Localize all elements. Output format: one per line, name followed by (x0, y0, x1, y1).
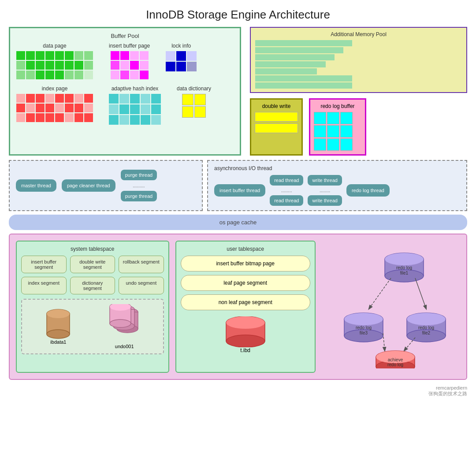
data-dictionary-section: data dictionary (177, 85, 211, 125)
svg-text:redo log: redo log (387, 362, 403, 367)
dict-grid (182, 94, 206, 118)
adaptive-hash-label: adaptive hash index (112, 85, 159, 92)
system-seg-grid: insert buffer segment double write segme… (21, 256, 164, 294)
read-thread-1: read thread (270, 175, 303, 186)
dw-cell1 (255, 112, 298, 122)
system-tablespace: system tablespace insert buffer segment … (16, 241, 169, 373)
purge-dots: ......... (133, 183, 145, 188)
redo-log-section: redo log file1 redo log file3 (322, 241, 460, 373)
insert-buffer-thread-col: insert buffer thread (214, 184, 265, 197)
index-segment: index segment (21, 277, 67, 294)
insert-buffer-grid (111, 51, 149, 79)
svg-text:redo log: redo log (356, 325, 372, 330)
data-page-label: data page (43, 43, 66, 49)
svg-text:redo log: redo log (396, 265, 412, 270)
tibd-icon: t.ibd (223, 316, 268, 353)
lock-info-section: lock info (166, 43, 197, 79)
data-page-section: data page (16, 43, 93, 79)
svg-text:redo log: redo log (418, 325, 434, 330)
double-write: double write (250, 98, 303, 156)
buffer-pool-title: Buffer Pool (16, 33, 234, 39)
svg-text:file1: file1 (400, 271, 409, 275)
svg-line-24 (369, 278, 391, 309)
insert-buffer-segment: insert buffer segment (21, 256, 67, 273)
watermark-line1: 张狗蛋的技术之路 (9, 390, 467, 397)
watermark: remcarpediern 张狗蛋的技术之路 (0, 383, 476, 399)
write-thread-1: write thread (308, 175, 342, 186)
lock-info-label: lock info (171, 43, 191, 49)
bottom-section: system tablespace insert buffer segment … (9, 234, 467, 380)
ibdata1-label: ibdata1 (50, 339, 66, 345)
insert-buffer-thread: insert buffer thread (214, 184, 265, 197)
redo-log-buffer: redo log buffer (309, 98, 366, 156)
async-io-section: asynchronous I/O thread insert buffer th… (207, 160, 467, 211)
svg-line-25 (415, 278, 426, 309)
data-dictionary-label: data dictionary (177, 85, 211, 92)
adaptive-hash-section: adaptive hash index (109, 85, 161, 125)
am-visual (255, 40, 462, 89)
svg-point-3 (47, 309, 70, 318)
additional-memory-title: Additional Memory Pool (255, 31, 462, 37)
rlb-grid (314, 112, 361, 151)
purge-thread-2: purge thread (121, 191, 157, 201)
index-page-label: index page (42, 85, 68, 92)
user-seg-list: insert buffer bitmap page leaf page segm… (181, 256, 310, 310)
leaf-page-segment: leaf page segment (181, 275, 310, 291)
index-page-section: index page (16, 85, 93, 125)
svg-text:file2: file2 (422, 331, 431, 335)
svg-point-21 (385, 253, 424, 265)
os-page-cache: os page cache (9, 215, 467, 230)
user-tablespace: user tablespace insert buffer bitmap pag… (175, 241, 316, 373)
left-threads: master thread page cleaner thread purge … (9, 160, 203, 211)
svg-text:achieve: achieve (388, 357, 403, 362)
non-leaf-page-segment: non leaf page segment (181, 294, 310, 310)
redo-log-thread: redo log thread (346, 184, 390, 197)
svg-point-17 (226, 316, 265, 329)
read-dots: ........ (270, 188, 303, 193)
write-dots: ........ (308, 188, 342, 193)
insert-buffer-page-section: insert buffer page (109, 43, 150, 79)
double-write-segment: double write segment (70, 256, 115, 273)
svg-point-12 (110, 320, 131, 327)
redo-log-thread-col: redo log thread (346, 184, 390, 197)
master-thread: master thread (16, 179, 56, 192)
undo-segment: undo segment (119, 277, 164, 294)
tibd-label: t.ibd (240, 347, 250, 353)
async-io-title: asynchronous I/O thread (214, 165, 460, 171)
lock-info-grid (166, 51, 197, 71)
read-threads-col: read thread ........ read thread (270, 175, 303, 206)
dictionary-segment: dictionary segment (70, 277, 115, 294)
double-write-title: double write (255, 103, 298, 109)
undo001-icon: undo001 (109, 304, 140, 349)
ibdata1-icon: ibdata1 (45, 308, 71, 345)
svg-point-35 (407, 313, 446, 325)
dw-cell2 (255, 123, 298, 133)
svg-text:file3: file3 (360, 331, 368, 335)
rollback-segment: rollback segment (119, 256, 164, 273)
insert-buffer-bitmap: insert buffer bitmap page (181, 256, 310, 271)
svg-point-2 (47, 330, 70, 338)
insert-buffer-page-label: insert buffer page (109, 43, 150, 49)
data-page-grid (16, 51, 93, 79)
adaptive-grid (109, 94, 161, 125)
additional-memory-pool: Additional Memory Pool (250, 27, 467, 93)
svg-point-29 (344, 313, 383, 325)
page-cleaner-thread: page cleaner thread (62, 179, 115, 192)
write-threads-col: write thread ........ write thread (308, 175, 342, 206)
purge-threads: purge thread ......... purge thread (121, 170, 157, 201)
buffer-pool: Buffer Pool data page insert buffer page (9, 27, 241, 156)
index-page-grid (16, 94, 93, 122)
purge-thread-1: purge thread (121, 170, 157, 180)
undo001-label: undo001 (115, 344, 134, 349)
read-thread-2: read thread (270, 195, 303, 206)
user-ts-title: user tablespace (181, 246, 310, 252)
svg-point-16 (226, 335, 265, 347)
write-thread-2: write thread (308, 195, 342, 206)
watermark-line2: remcarpediern (9, 385, 467, 390)
redo-log-buffer-title: redo log buffer (314, 103, 361, 109)
redo-log-diagram: redo log file1 redo log file3 (334, 245, 448, 368)
main-title: InnoDB Storage Engine Architecture (0, 0, 476, 27)
system-ts-title: system tablespace (21, 246, 164, 252)
